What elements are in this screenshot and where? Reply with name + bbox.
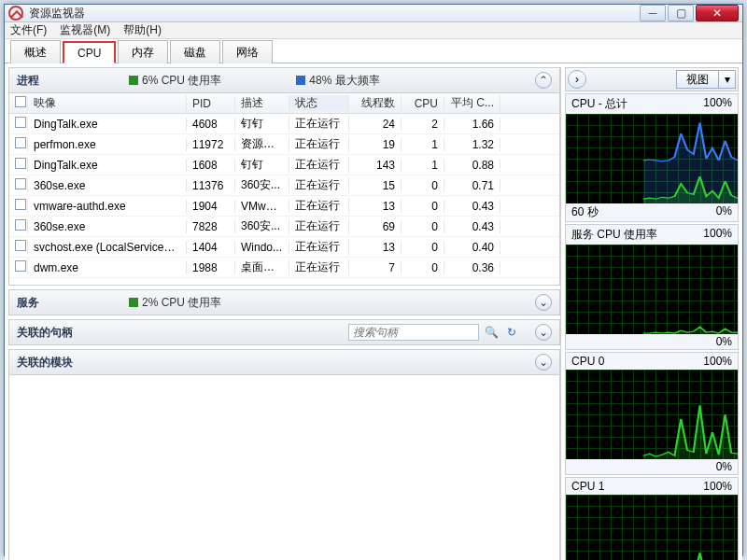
section-processes-header[interactable]: 进程 6% CPU 使用率 48% 最大频率 ⌃ [8, 67, 560, 93]
graphs-container[interactable]: CPU - 总计100%60 秒0%服务 CPU 使用率100%0%CPU 01… [565, 93, 739, 560]
cell-image: vmware-authd.exe [28, 200, 187, 213]
collapse-processes-button[interactable]: ⌃ [535, 72, 552, 89]
col-cpu[interactable]: CPU [402, 97, 444, 110]
checkbox-icon[interactable] [15, 260, 26, 272]
checkbox-icon[interactable] [15, 137, 26, 148]
col-avg[interactable]: 平均 C... [444, 95, 500, 111]
cell-cpu: 2 [402, 118, 444, 131]
table-row[interactable]: DingTalk.exe1608钉钉正在运行14310.88 [9, 155, 559, 175]
search-handles-input[interactable] [348, 324, 479, 341]
cell-avg: 1.66 [444, 118, 500, 131]
nav-right-button[interactable]: › [568, 70, 586, 89]
cell-pid: 11376 [187, 179, 235, 192]
left-pane: 进程 6% CPU 使用率 48% 最大频率 ⌃ 映像 PID 描述 状态 线程… [8, 67, 561, 560]
cell-avg: 0.88 [444, 159, 500, 172]
cell-status: 正在运行 [289, 157, 349, 173]
graph-canvas [566, 370, 738, 459]
refresh-icon[interactable]: ↻ [503, 324, 520, 341]
tab-disk[interactable]: 磁盘 [170, 40, 220, 63]
graph-title: CPU - 总计 [571, 96, 627, 112]
close-button[interactable]: ✕ [696, 5, 739, 21]
cell-status: 正在运行 [289, 116, 349, 132]
cell-image: DingTalk.exe [28, 159, 187, 172]
checkbox-icon[interactable] [15, 199, 26, 210]
graph-block: CPU 1100%0% [565, 477, 739, 560]
square-blue-icon [296, 76, 305, 85]
cell-cpu: 0 [402, 261, 444, 274]
section-processes-title: 进程 [17, 73, 120, 89]
graph-title: 服务 CPU 使用率 [571, 227, 657, 243]
col-pid[interactable]: PID [187, 97, 235, 110]
table-row[interactable]: vmware-authd.exe1904VMwar...正在运行1300.43 [9, 196, 559, 217]
title-bar[interactable]: 资源监视器 ─ ▢ ✕ [5, 5, 742, 22]
minimize-button[interactable]: ─ [640, 5, 666, 21]
col-desc[interactable]: 描述 [235, 95, 289, 111]
cell-threads: 19 [349, 138, 402, 151]
cell-image: 360se.exe [28, 220, 187, 233]
tab-memory[interactable]: 内存 [118, 40, 168, 63]
table-row[interactable]: perfmon.exe11972资源和...正在运行1911.32 [9, 134, 559, 155]
menu-file[interactable]: 文件(F) [10, 22, 47, 38]
checkbox-icon[interactable] [15, 178, 26, 189]
cell-pid: 4608 [187, 118, 235, 131]
menu-help[interactable]: 帮助(H) [123, 22, 162, 38]
table-row[interactable]: svchost.exe (LocalServiceN...1404Windo..… [9, 237, 559, 258]
cell-status: 正在运行 [289, 259, 349, 275]
expand-modules-button[interactable]: ⌄ [535, 354, 552, 371]
table-row[interactable]: dwm.exe1988桌面窗...正在运行700.36 [9, 258, 559, 278]
cell-avg: 0.40 [444, 241, 500, 254]
section-handles-header[interactable]: 关联的句柄 🔍 ↻ ⌄ [8, 319, 560, 345]
col-status[interactable]: 状态 [289, 95, 349, 111]
graph-top: 100% [703, 480, 732, 493]
table-row[interactable]: 360se.exe11376360安...正在运行1500.71 [9, 175, 559, 196]
menu-bar: 文件(F) 监视器(M) 帮助(H) [5, 22, 742, 39]
tab-cpu[interactable]: CPU [63, 41, 116, 63]
expand-services-button[interactable]: ⌄ [535, 294, 552, 311]
empty-area [8, 375, 560, 560]
search-icon[interactable]: 🔍 [483, 324, 500, 341]
cell-cpu: 0 [402, 220, 444, 233]
maximize-button[interactable]: ▢ [668, 5, 694, 21]
section-services-header[interactable]: 服务 2% CPU 使用率 ⌄ [8, 289, 560, 315]
cpu-usage-metric: 6% CPU 使用率 [129, 73, 221, 89]
cell-status: 正在运行 [289, 218, 349, 234]
checkbox-icon[interactable] [15, 219, 26, 231]
section-handles-title: 关联的句柄 [17, 325, 120, 341]
graph-bottom-right: 0% [716, 204, 732, 220]
col-threads[interactable]: 线程数 [349, 95, 402, 111]
cell-pid: 7828 [187, 220, 235, 233]
cell-avg: 0.36 [444, 261, 500, 274]
table-row[interactable]: 360se.exe7828360安...正在运行6900.43 [9, 217, 559, 237]
checkbox-icon[interactable] [15, 96, 26, 107]
right-pane: › 视图 ▾ CPU - 总计100%60 秒0%服务 CPU 使用率100%0… [565, 67, 739, 560]
cell-threads: 13 [349, 241, 402, 254]
cell-status: 正在运行 [289, 177, 349, 193]
tab-overview[interactable]: 概述 [10, 40, 61, 63]
cell-threads: 24 [349, 118, 402, 131]
cell-avg: 0.71 [444, 179, 500, 192]
window-title: 资源监视器 [29, 6, 640, 21]
table-body[interactable]: DingTalk.exe4608钉钉正在运行2421.66perfmon.exe… [9, 114, 559, 285]
cell-threads: 143 [349, 159, 402, 172]
expand-handles-button[interactable]: ⌄ [535, 324, 552, 341]
checkbox-icon[interactable] [15, 240, 26, 251]
menu-monitor[interactable]: 监视器(M) [60, 22, 110, 38]
table-row[interactable]: DingTalk.exe4608钉钉正在运行2421.66 [9, 114, 559, 134]
cell-avg: 0.43 [444, 200, 500, 213]
view-button[interactable]: 视图 [676, 70, 719, 89]
cell-image: DingTalk.exe [28, 118, 187, 131]
checkbox-icon[interactable] [15, 158, 26, 169]
graph-bottom-right: 0% [716, 335, 732, 348]
col-check[interactable] [9, 96, 28, 110]
col-image[interactable]: 映像 [28, 95, 187, 111]
graph-title: CPU 1 [571, 480, 604, 493]
tab-network[interactable]: 网络 [222, 40, 273, 63]
app-icon [8, 6, 23, 21]
section-modules-header[interactable]: 关联的模块 ⌄ [8, 349, 560, 375]
view-dropdown-button[interactable]: ▾ [719, 70, 736, 89]
graph-title: CPU 0 [571, 355, 604, 368]
graph-block: CPU 0100%0% [565, 352, 739, 475]
checkbox-icon[interactable] [15, 117, 26, 128]
cell-cpu: 0 [402, 241, 444, 254]
cell-threads: 69 [349, 220, 402, 233]
